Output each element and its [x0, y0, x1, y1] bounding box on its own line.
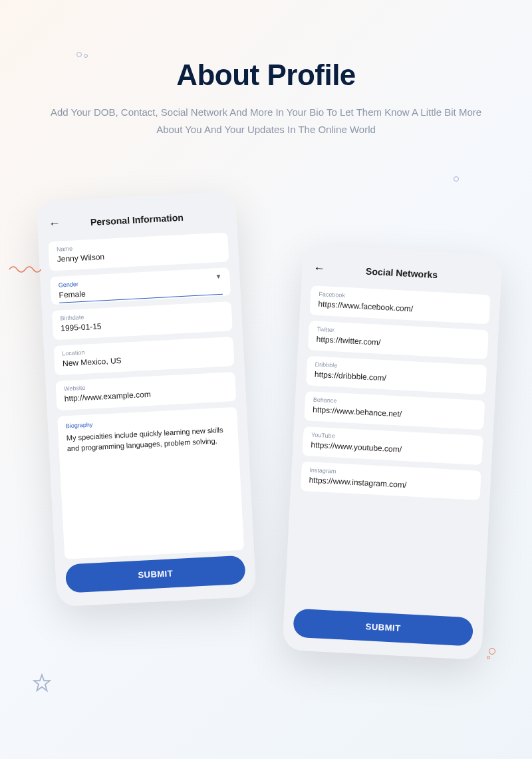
phone-personal-info: ← Personal Information Name Gender ▼ Fem… [36, 192, 257, 607]
phone-header: ← Personal Information [47, 205, 227, 233]
decorative-star-icon [32, 673, 52, 696]
back-arrow-icon[interactable]: ← [313, 261, 330, 275]
biography-input[interactable]: My specialties include quickly learning … [66, 425, 231, 466]
location-field[interactable]: Location [54, 337, 235, 375]
biography-field[interactable]: Biography My specialties include quickly… [57, 407, 244, 559]
phone-header: ← Social Networks [312, 258, 492, 287]
page-title: About Profile [0, 59, 532, 92]
submit-button[interactable]: SUBMIT [65, 555, 246, 593]
decorative-circles-icon [489, 648, 495, 659]
behance-field[interactable]: Behance [304, 391, 485, 430]
dribbble-field[interactable]: Dribbble [306, 356, 487, 394]
facebook-field[interactable]: Facebook [310, 285, 491, 324]
back-arrow-icon[interactable]: ← [48, 216, 65, 231]
twitter-field[interactable]: Twitter [308, 321, 489, 359]
youtube-field[interactable]: YouTube [303, 426, 483, 465]
screen-title: Social Networks [329, 263, 475, 281]
decorative-circle-icon [454, 176, 459, 182]
decorative-squiggle-icon [8, 263, 41, 279]
website-field[interactable]: Website [55, 372, 236, 410]
name-field[interactable]: Name [48, 232, 229, 271]
page-subtitle: Add Your DOB, Contact, Social Network An… [0, 104, 532, 138]
birthdate-field[interactable]: Birthdate [52, 301, 233, 340]
screen-title: Personal Information [65, 210, 210, 228]
page-header: About Profile Add Your DOB, Contact, Soc… [0, 0, 532, 138]
chevron-down-icon[interactable]: ▼ [215, 273, 221, 281]
instagram-field[interactable]: Instagram [301, 462, 481, 500]
decorative-circles-icon [76, 52, 82, 57]
phone-social-networks: ← Social Networks Facebook Twitter Dribb… [282, 245, 503, 661]
gender-field[interactable]: Gender ▼ Female [50, 267, 231, 305]
gender-label: Gender [59, 281, 79, 289]
